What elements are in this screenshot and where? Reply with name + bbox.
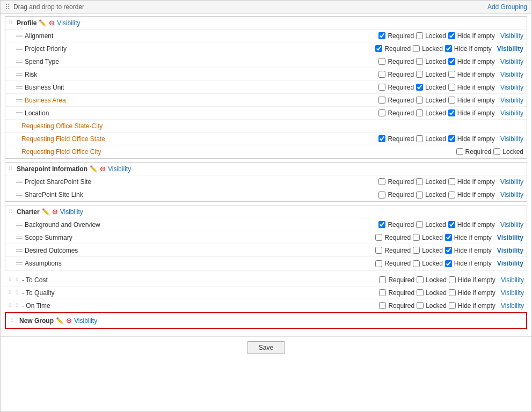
location-drag[interactable] <box>16 112 23 114</box>
new-group-outer-drag[interactable]: ⠿ <box>10 318 14 323</box>
to-cost-row-outer-drag[interactable]: ⠿ <box>8 277 12 283</box>
project-priority-locked-check[interactable] <box>413 45 420 52</box>
risk-drag[interactable] <box>16 73 23 76</box>
ssl-drag[interactable] <box>16 194 23 196</box>
business-unit-hide-check[interactable] <box>448 84 455 91</box>
business-unit-locked-check[interactable] <box>416 84 423 91</box>
project-priority-required-check[interactable] <box>375 45 382 52</box>
new-group-visibility-link[interactable]: Visibility <box>74 317 97 325</box>
ss-locked-check[interactable] <box>413 234 420 241</box>
to-quality-visibility-link[interactable]: Visibility <box>501 289 524 297</box>
project-priority-visibility-link[interactable]: Visibility <box>497 45 523 53</box>
alignment-required-check[interactable] <box>378 32 385 39</box>
to-quality-inner-drag[interactable]: ⠿ <box>15 290 19 296</box>
sharepoint-visibility-link[interactable]: Visibility <box>108 165 131 173</box>
do-hide-check[interactable] <box>445 247 452 254</box>
on-time-required-check[interactable] <box>379 302 386 309</box>
risk-hide-check[interactable] <box>448 71 455 78</box>
sharepoint-delete-icon[interactable]: ⊖ <box>100 165 106 173</box>
alignment-drag[interactable] <box>16 35 23 37</box>
pss-required-check[interactable] <box>378 178 385 185</box>
pss-hide-check[interactable] <box>448 178 455 185</box>
ss-drag[interactable] <box>16 237 23 239</box>
assumptions-locked-check[interactable] <box>413 260 420 267</box>
charter-drag-handle[interactable]: ⠿ <box>9 209 12 215</box>
to-quality-required-check[interactable] <box>379 289 386 296</box>
rfos-hide-check[interactable] <box>448 135 455 142</box>
bao-required-check[interactable] <box>378 221 385 228</box>
business-unit-required-check[interactable] <box>378 84 385 91</box>
ss-required-check[interactable] <box>375 234 382 241</box>
to-cost-visibility-link[interactable]: Visibility <box>501 276 524 284</box>
to-cost-locked-check[interactable] <box>417 276 424 283</box>
spend-type-drag[interactable] <box>16 61 23 63</box>
do-required-check[interactable] <box>375 247 382 254</box>
rfos-required-check[interactable] <box>378 135 385 142</box>
save-button[interactable]: Save <box>247 341 285 354</box>
business-area-hide-check[interactable] <box>448 97 455 104</box>
location-required-check[interactable] <box>378 109 385 116</box>
ss-hide-check[interactable] <box>445 234 452 241</box>
ssl-locked-check[interactable] <box>416 192 423 198</box>
on-time-visibility-link[interactable]: Visibility <box>501 302 524 310</box>
profile-drag-handle[interactable]: ⠿ <box>9 20 12 26</box>
business-unit-visibility-link[interactable]: Visibility <box>500 84 523 91</box>
project-priority-drag[interactable] <box>16 48 23 50</box>
on-time-hide-check[interactable] <box>449 302 456 309</box>
assumptions-hide-check[interactable] <box>445 260 452 267</box>
business-area-drag[interactable] <box>16 99 23 101</box>
pss-visibility-link[interactable]: Visibility <box>500 178 523 186</box>
rfoc-locked-check[interactable] <box>493 148 500 155</box>
rfoc-required-check[interactable] <box>456 148 463 155</box>
pss-drag[interactable] <box>16 181 23 183</box>
add-grouping-button[interactable]: Add Grouping <box>487 3 527 11</box>
to-cost-hide-check[interactable] <box>449 276 456 283</box>
on-time-inner-drag[interactable]: ⠿ <box>15 303 19 308</box>
business-area-locked-check[interactable] <box>416 97 423 104</box>
bao-hide-check[interactable] <box>448 221 455 228</box>
spend-type-visibility-link[interactable]: Visibility <box>500 58 523 65</box>
to-quality-locked-check[interactable] <box>417 289 424 296</box>
spend-type-hide-check[interactable] <box>448 58 455 65</box>
risk-visibility-link[interactable]: Visibility <box>500 71 523 78</box>
location-locked-check[interactable] <box>416 109 423 116</box>
ssl-visibility-link[interactable]: Visibility <box>500 191 523 198</box>
risk-required-check[interactable] <box>378 71 385 78</box>
new-group-edit-icon[interactable]: ✏️ <box>56 317 64 325</box>
to-cost-inner-drag[interactable]: ⠿ <box>15 277 19 283</box>
project-priority-hide-check[interactable] <box>445 45 452 52</box>
alignment-locked-check[interactable] <box>416 32 423 39</box>
sharepoint-drag-handle[interactable]: ⠿ <box>9 166 12 172</box>
alignment-hide-check[interactable] <box>448 32 455 39</box>
risk-locked-check[interactable] <box>416 71 423 78</box>
ss-visibility-link[interactable]: Visibility <box>497 234 523 241</box>
new-group-delete-icon[interactable]: ⊖ <box>66 317 72 325</box>
rfos-locked-check[interactable] <box>416 135 423 142</box>
rfos-visibility-link[interactable]: Visibility <box>500 135 523 143</box>
profile-visibility-link[interactable]: Visibility <box>57 19 80 27</box>
on-time-locked-check[interactable] <box>417 302 424 309</box>
bao-locked-check[interactable] <box>416 221 423 228</box>
spend-type-locked-check[interactable] <box>416 58 423 65</box>
to-quality-hide-check[interactable] <box>449 289 456 296</box>
bao-drag[interactable] <box>16 224 23 226</box>
business-area-visibility-link[interactable]: Visibility <box>500 97 523 104</box>
ssl-required-check[interactable] <box>378 192 385 198</box>
location-hide-check[interactable] <box>448 109 455 116</box>
to-quality-row-outer-drag[interactable]: ⠿ <box>8 290 12 296</box>
on-time-row-outer-drag[interactable]: ⠿ <box>8 303 12 308</box>
do-visibility-link[interactable]: Visibility <box>497 247 523 254</box>
charter-edit-icon[interactable]: ✏️ <box>42 208 50 216</box>
location-visibility-link[interactable]: Visibility <box>500 109 523 117</box>
alignment-visibility-link[interactable]: Visibility <box>500 32 523 40</box>
spend-type-required-check[interactable] <box>378 58 385 65</box>
charter-delete-icon[interactable]: ⊖ <box>52 208 58 216</box>
profile-edit-icon[interactable]: ✏️ <box>39 19 47 27</box>
business-area-required-check[interactable] <box>378 97 385 104</box>
do-locked-check[interactable] <box>413 247 420 254</box>
assumptions-required-check[interactable] <box>375 260 382 267</box>
assumptions-visibility-link[interactable]: Visibility <box>497 260 523 267</box>
charter-visibility-link[interactable]: Visibility <box>60 208 83 216</box>
profile-delete-icon[interactable]: ⊖ <box>49 19 55 27</box>
to-cost-required-check[interactable] <box>379 276 386 283</box>
